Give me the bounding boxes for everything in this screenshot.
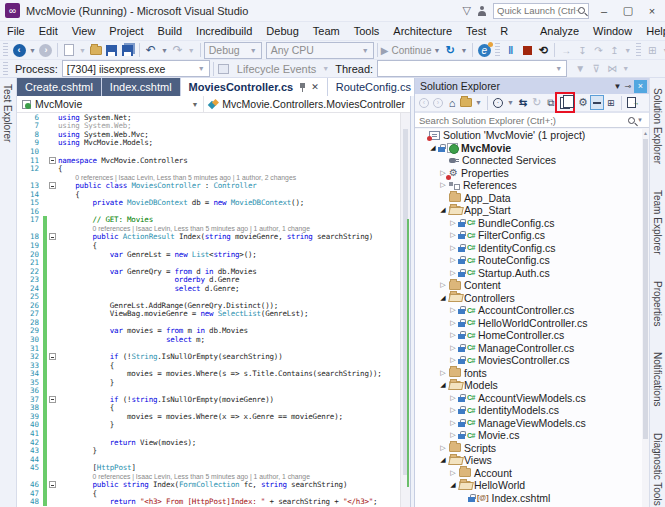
refresh-icon[interactable]: ↻ [530, 95, 544, 110]
expander-collapsed-icon[interactable]: ▷ [448, 231, 458, 239]
expander-collapsed-icon[interactable]: ▷ [438, 369, 448, 377]
menu-r-tools[interactable]: R Tools [493, 22, 533, 40]
expander-collapsed-icon[interactable]: ▷ [448, 331, 458, 339]
suspend-threads-icon[interactable]: ⋈ [604, 61, 620, 77]
quick-launch-input[interactable] [497, 5, 578, 16]
expander-collapsed-icon[interactable]: ▷ [448, 306, 458, 314]
document-tab-index-cshtml[interactable]: Index.cshtml [102, 78, 180, 96]
expander-collapsed-icon[interactable]: ▷ [438, 281, 448, 289]
tree-vertical-scrollbar[interactable]: ▲ [642, 129, 649, 507]
new-file-caret-icon[interactable]: ▼ [77, 47, 88, 54]
menu-window[interactable]: Window [586, 22, 639, 40]
menu-project[interactable]: Project [102, 22, 150, 40]
save-button[interactable] [104, 42, 120, 58]
tree-item-app-data[interactable]: App_Data [415, 192, 642, 205]
side-tab-test-explorer[interactable]: Test Explorer [0, 78, 15, 148]
show-all-files-icon[interactable] [558, 95, 572, 110]
collapse-all-icon[interactable]: ⧉ [544, 95, 558, 110]
show-on-code-map-icon[interactable] [625, 95, 639, 110]
tree-item-fonts[interactable]: ▷fonts [415, 367, 642, 380]
auto-hide-pin-icon[interactable]: ⊸ [624, 82, 631, 91]
fold-collapse-icon[interactable] [49, 182, 56, 189]
side-tab-diagnostic-tools[interactable]: Diagnostic Tools [650, 427, 665, 507]
expander-collapsed-icon[interactable]: ▷ [438, 181, 448, 189]
restart-caret-icon[interactable]: ▼ [458, 47, 469, 54]
tree-item-controllers[interactable]: ◢Controllers [415, 292, 642, 305]
side-tab-notifications[interactable]: Notifications [650, 346, 665, 412]
tree-item-index-cshtml[interactable]: [@]Index.cshtml [415, 492, 642, 505]
fold-collapse-icon[interactable] [49, 481, 56, 488]
open-file-button[interactable] [88, 42, 104, 58]
pending-changes-filter-icon[interactable]: · [491, 95, 505, 110]
lifecycle-events-icon[interactable] [217, 61, 233, 77]
feedback-icon[interactable] [477, 6, 487, 16]
expander-collapsed-icon[interactable]: ▷ [448, 244, 458, 252]
menu-edit[interactable]: Edit [32, 22, 65, 40]
menu-debug[interactable]: Debug [259, 22, 305, 40]
solution-platform-dropdown[interactable]: Any CPU▼ [266, 42, 374, 59]
document-tab-create-cshtml[interactable]: Create.cshtml [17, 78, 101, 96]
forward-icon[interactable]: › [431, 95, 445, 110]
menu-team[interactable]: Team [306, 22, 347, 40]
lifecycle-events-button[interactable]: Lifecycle Events [233, 63, 320, 75]
expander-collapsed-icon[interactable]: ▷ [448, 431, 458, 439]
redo-caret-icon[interactable]: ▼ [186, 47, 197, 54]
expander-expanded-icon[interactable]: ◢ [438, 294, 448, 302]
menu-incredibuild[interactable]: Incredibuild [189, 22, 259, 40]
expander-collapsed-icon[interactable]: ▷ [448, 419, 458, 427]
fold-collapse-icon[interactable] [49, 396, 56, 403]
step-over-icon[interactable]: ↷ [590, 42, 606, 58]
expander-collapsed-icon[interactable]: ▷ [448, 219, 458, 227]
expander-expanded-icon[interactable]: ◢ [428, 144, 438, 152]
menu-file[interactable]: File [0, 22, 32, 40]
code-editor[interactable]: 6using System.Net;7using System.Web;8usi… [17, 113, 410, 507]
expander-collapsed-icon[interactable]: ▷ [448, 344, 458, 352]
back-icon[interactable]: ‹ [417, 95, 431, 110]
tree-item-identityconfig-cs[interactable]: ▷C#IdentityConfig.cs [415, 242, 642, 255]
expander-expanded-icon[interactable]: ◢ [438, 381, 448, 389]
navigate-forward-button[interactable]: › [38, 42, 54, 58]
tree-item-scripts[interactable]: ▷Scripts [415, 442, 642, 455]
navigate-back-caret-icon[interactable]: ▼ [27, 47, 38, 54]
expander-expanded-icon[interactable]: ◢ [438, 206, 448, 214]
step-into-icon[interactable]: ↧ [574, 42, 590, 58]
solution-explorer-search-box[interactable]: ▼ [415, 112, 649, 128]
toolbar-grip[interactable] [495, 43, 500, 57]
home-icon[interactable]: ⌂ [445, 95, 459, 110]
window-position-caret-icon[interactable]: ▼ [613, 82, 621, 91]
switch-views-caret-icon[interactable]: ▼ [473, 99, 484, 106]
undo-caret-icon[interactable]: ▼ [159, 47, 170, 54]
redo-button[interactable]: ↷ [170, 42, 186, 58]
show-next-statement-icon[interactable]: → [558, 42, 574, 58]
expander-collapsed-icon[interactable]: ▷ [448, 356, 458, 364]
tree-item-properties[interactable]: ▷⚙Properties [415, 167, 642, 180]
new-file-button[interactable] [61, 42, 77, 58]
menu-help[interactable]: Help [639, 22, 665, 40]
tree-item-connected-services[interactable]: Connected Services [415, 154, 642, 167]
close-tab-icon[interactable]: ✕ [311, 82, 319, 92]
switch-views-icon[interactable] [459, 95, 473, 110]
menu-view[interactable]: View [65, 22, 103, 40]
close-button[interactable]: × [643, 5, 661, 17]
tree-item-managecontroller-cs[interactable]: ▷C#ManageController.cs [415, 342, 642, 355]
expander-expanded-icon[interactable]: ◢ [438, 456, 448, 464]
properties-wrench-icon[interactable]: ⚙ [576, 95, 590, 110]
tree-item-helloworldcontroller-cs[interactable]: ▷C#HelloWorldController.cs [415, 317, 642, 330]
tree-item-accountviewmodels-cs[interactable]: ▷C#AccountViewModels.cs [415, 392, 642, 405]
solution-explorer-search-input[interactable] [419, 115, 628, 126]
menu-build[interactable]: Build [151, 22, 189, 40]
preview-selected-items-icon[interactable] [590, 95, 604, 110]
tree-item-solution-mvcmovie-1-project[interactable]: Solution 'MvcMovie' (1 project) [415, 129, 642, 142]
expander-collapsed-icon[interactable]: ▷ [448, 406, 458, 414]
expander-collapsed-icon[interactable]: ▷ [448, 394, 458, 402]
thread-dropdown[interactable]: ▼ [377, 60, 567, 77]
step-out-icon[interactable]: ↥ [606, 42, 622, 58]
breakpoints-icon[interactable]: ⊞ [644, 42, 660, 58]
solution-configuration-dropdown[interactable]: Debug▼ [204, 42, 262, 59]
fold-collapse-icon[interactable] [49, 353, 56, 360]
expander-collapsed-icon[interactable]: ▷ [448, 256, 458, 264]
tree-item-identitymodels-cs[interactable]: ▷C#IdentityModels.cs [415, 404, 642, 417]
tree-item-views[interactable]: ◢Views [415, 454, 642, 467]
continue-caret-icon[interactable]: ▼ [431, 47, 442, 54]
process-dropdown[interactable]: [7304] iisexpress.exe▼ [62, 60, 210, 77]
